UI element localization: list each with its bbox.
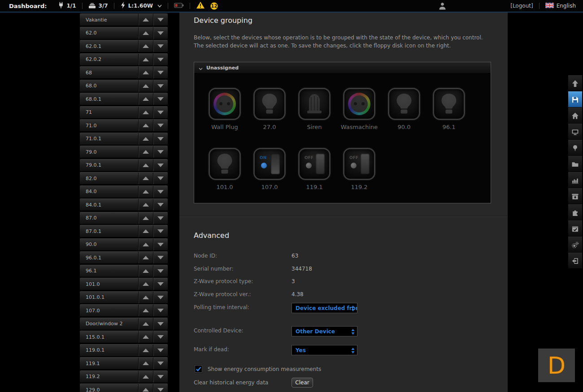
move-down-button[interactable] [153, 225, 168, 237]
sidebar-device-row[interactable]: 101.0.1 [80, 291, 168, 304]
move-down-button[interactable] [153, 265, 168, 277]
user-icon[interactable] [438, 2, 447, 12]
move-down-button[interactable] [153, 199, 168, 211]
move-down-button[interactable] [153, 120, 168, 131]
sidebar-device-row[interactable]: 119.1 [80, 357, 168, 370]
move-down-button[interactable] [153, 345, 168, 356]
toolbar-scroll-top-button[interactable] [568, 75, 582, 91]
move-up-button[interactable] [138, 331, 153, 343]
sidebar-device-row[interactable]: 119.0.1 [80, 344, 168, 357]
device-tile[interactable]: 96.1 [426, 88, 471, 148]
sidebar-device-row[interactable]: 129.0 [80, 383, 168, 392]
dropdown-select[interactable]: Yes [292, 345, 357, 355]
move-down-button[interactable] [153, 212, 168, 224]
move-down-button[interactable] [153, 331, 168, 343]
move-up-button[interactable] [138, 80, 153, 92]
move-up-button[interactable] [138, 358, 153, 369]
toolbar-map-pin-button[interactable] [568, 140, 582, 156]
battery-status[interactable] [174, 3, 184, 9]
move-down-button[interactable] [153, 292, 168, 303]
move-down-button[interactable] [153, 318, 168, 330]
move-down-button[interactable] [153, 384, 168, 392]
unassigned-panel-header[interactable]: Unassigned [194, 62, 491, 73]
move-up-button[interactable] [138, 40, 153, 52]
sidebar-device-row[interactable]: 119.2 [80, 370, 168, 383]
move-up-button[interactable] [138, 278, 153, 290]
move-up-button[interactable] [138, 318, 153, 330]
toolbar-rooms-button[interactable] [568, 156, 582, 172]
device-tile-frame[interactable]: OFF [298, 148, 331, 180]
move-up-button[interactable] [138, 239, 153, 250]
move-down-button[interactable] [153, 252, 168, 263]
move-down-button[interactable] [153, 159, 168, 171]
sidebar-device-row[interactable]: 68.0.1 [80, 93, 168, 105]
toolbar-statistics-button[interactable] [568, 172, 582, 188]
move-up-button[interactable] [138, 14, 153, 26]
dropdown-select[interactable]: Device excluded from [292, 303, 357, 313]
device-tile-frame[interactable] [433, 88, 465, 120]
logout-link[interactable]: [Logout] [510, 3, 533, 9]
move-up-button[interactable] [138, 93, 153, 105]
move-up-button[interactable] [138, 133, 153, 145]
energy-checkbox[interactable] [195, 365, 202, 373]
move-down-button[interactable] [153, 358, 168, 369]
sidebar-device-row[interactable]: 96.1 [80, 265, 168, 277]
move-down-button[interactable] [153, 40, 168, 52]
sidebar-device-row[interactable]: 62.0.1 [80, 40, 168, 52]
sidebar-device-row[interactable]: 71 [80, 106, 168, 119]
sidebar-device-row[interactable]: 84.0.1 [80, 198, 168, 211]
sidebar-device-row[interactable]: 62.0 [80, 27, 168, 39]
sidebar-device-row[interactable]: 84.0 [80, 185, 168, 198]
move-down-button[interactable] [153, 93, 168, 105]
move-down-button[interactable] [153, 107, 168, 118]
device-tile[interactable]: 27.0 [247, 88, 292, 148]
sidebar-device-row[interactable]: 71.0 [80, 119, 168, 132]
sidebar-device-row[interactable]: 101.0 [80, 278, 168, 290]
device-tile[interactable]: Wall Plug [202, 88, 247, 148]
sidebar-device-row[interactable]: 90.0 [80, 238, 168, 251]
device-tile[interactable]: ON 107.0 [247, 148, 292, 203]
sidebar-device-row[interactable]: 68 [80, 66, 168, 79]
move-down-button[interactable] [153, 278, 168, 290]
clear-button[interactable]: Clear [292, 378, 313, 388]
sidebar-device-row[interactable]: 71.0.1 [80, 133, 168, 145]
move-up-button[interactable] [138, 146, 153, 158]
toolbar-home-button[interactable] [568, 108, 582, 124]
sidebar-device-row[interactable]: 107.0 [80, 304, 168, 317]
move-up-button[interactable] [138, 384, 153, 392]
move-up-button[interactable] [138, 159, 153, 171]
sidebar-device-row[interactable]: 115.0.1 [80, 331, 168, 343]
sidebar-device-row[interactable]: 62.0.2 [80, 53, 168, 66]
move-up-button[interactable] [138, 212, 153, 224]
device-tile[interactable]: OFF 119.1 [292, 148, 337, 203]
move-up-button[interactable] [138, 199, 153, 211]
move-up-button[interactable] [138, 371, 153, 383]
sidebar-device-row[interactable]: Vakantie [80, 13, 168, 26]
move-up-button[interactable] [138, 186, 153, 198]
move-down-button[interactable] [153, 146, 168, 158]
sidebar-device-row[interactable]: 79.0 [80, 146, 168, 158]
move-up-button[interactable] [138, 54, 153, 65]
dropdown-select[interactable]: Other Device [292, 326, 357, 336]
sidebar-device-row[interactable]: 87.0.1 [80, 225, 168, 237]
toolbar-scheduler-button[interactable] [568, 220, 582, 237]
move-down-button[interactable] [153, 371, 168, 383]
device-tile[interactable]: 101.0 [202, 148, 247, 203]
toolbar-backups-button[interactable] [568, 188, 582, 204]
move-down-button[interactable] [153, 67, 168, 78]
move-up-button[interactable] [138, 345, 153, 356]
move-down-button[interactable] [153, 239, 168, 250]
move-down-button[interactable] [153, 54, 168, 65]
sidebar-device-row[interactable]: 68.0 [80, 80, 168, 92]
sidebar-device-row[interactable]: Door/window 2 [80, 318, 168, 330]
device-tile[interactable]: Wasmachine [337, 88, 382, 148]
move-up-button[interactable] [138, 305, 153, 316]
move-down-button[interactable] [153, 14, 168, 26]
move-up-button[interactable] [138, 67, 153, 78]
toolbar-save-button[interactable] [568, 91, 582, 108]
toolbar-modules-button[interactable] [568, 204, 582, 220]
move-down-button[interactable] [153, 305, 168, 316]
device-tile-frame[interactable] [298, 88, 331, 120]
move-up-button[interactable] [138, 120, 153, 131]
move-up-button[interactable] [138, 252, 153, 263]
